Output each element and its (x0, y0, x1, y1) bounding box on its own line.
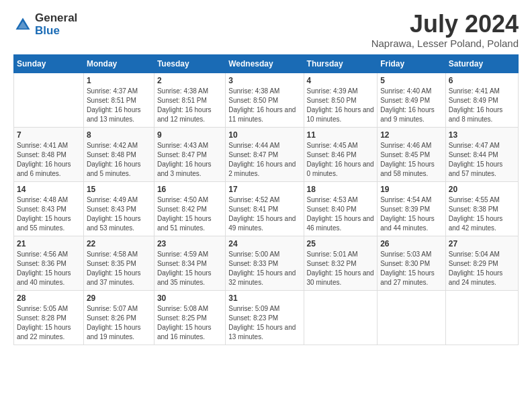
col-saturday: Saturday (445, 55, 518, 73)
table-cell: 27 Sunrise: 5:04 AMSunset: 8:29 PMDaylig… (445, 236, 518, 291)
day-info: Sunrise: 4:49 AMSunset: 8:43 PMDaylight:… (87, 195, 151, 233)
day-number: 11 (307, 130, 375, 140)
table-cell: 23 Sunrise: 4:59 AMSunset: 8:34 PMDaylig… (154, 236, 225, 291)
table-cell: 10 Sunrise: 4:44 AMSunset: 8:47 PMDaylig… (226, 128, 304, 182)
table-cell: 17 Sunrise: 4:52 AMSunset: 8:41 PMDaylig… (226, 182, 304, 236)
table-cell: 6 Sunrise: 4:41 AMSunset: 8:49 PMDayligh… (445, 73, 518, 128)
day-info: Sunrise: 4:44 AMSunset: 8:47 PMDaylight:… (228, 141, 300, 179)
table-cell: 31 Sunrise: 5:09 AMSunset: 8:23 PMDaylig… (226, 291, 304, 345)
table-cell: 30 Sunrise: 5:08 AMSunset: 8:25 PMDaylig… (154, 291, 225, 345)
col-wednesday: Wednesday (226, 55, 304, 73)
day-number: 5 (380, 76, 443, 85)
day-info: Sunrise: 4:47 AMSunset: 8:44 PMDaylight:… (449, 141, 515, 179)
col-monday: Monday (83, 55, 154, 73)
table-cell (445, 291, 518, 345)
day-info: Sunrise: 5:05 AMSunset: 8:28 PMDaylight:… (17, 304, 81, 342)
day-info: Sunrise: 4:37 AMSunset: 8:51 PMDaylight:… (87, 87, 151, 124)
table-cell: 28 Sunrise: 5:05 AMSunset: 8:28 PMDaylig… (14, 291, 84, 345)
calendar-table: Sunday Monday Tuesday Wednesday Thursday… (13, 54, 519, 345)
table-cell: 12 Sunrise: 4:46 AMSunset: 8:45 PMDaylig… (378, 128, 446, 182)
day-number: 10 (228, 130, 300, 140)
table-cell: 15 Sunrise: 4:49 AMSunset: 8:43 PMDaylig… (83, 182, 154, 236)
calendar-row: 7 Sunrise: 4:41 AMSunset: 8:48 PMDayligh… (14, 128, 519, 182)
day-number: 14 (17, 185, 81, 194)
day-info: Sunrise: 5:01 AMSunset: 8:32 PMDaylight:… (307, 250, 375, 287)
table-cell: 9 Sunrise: 4:43 AMSunset: 8:47 PMDayligh… (154, 128, 225, 182)
day-number: 4 (307, 76, 375, 85)
title-section: July 2024 Naprawa, Lesser Poland, Poland (371, 12, 519, 49)
day-info: Sunrise: 5:00 AMSunset: 8:33 PMDaylight:… (228, 250, 300, 287)
day-number: 29 (87, 293, 151, 303)
day-info: Sunrise: 4:55 AMSunset: 8:38 PMDaylight:… (449, 195, 515, 233)
day-info: Sunrise: 5:08 AMSunset: 8:25 PMDaylight:… (157, 304, 222, 342)
table-cell: 14 Sunrise: 4:48 AMSunset: 8:43 PMDaylig… (14, 182, 84, 236)
calendar-row: 28 Sunrise: 5:05 AMSunset: 8:28 PMDaylig… (14, 291, 519, 345)
table-cell: 29 Sunrise: 5:07 AMSunset: 8:26 PMDaylig… (83, 291, 154, 345)
day-number: 21 (17, 239, 81, 248)
logo: General Blue (13, 12, 77, 37)
day-info: Sunrise: 4:38 AMSunset: 8:50 PMDaylight:… (228, 87, 300, 124)
table-cell: 13 Sunrise: 4:47 AMSunset: 8:44 PMDaylig… (445, 128, 518, 182)
subtitle: Naprawa, Lesser Poland, Poland (371, 38, 519, 49)
table-cell: 1 Sunrise: 4:37 AMSunset: 8:51 PMDayligh… (83, 73, 154, 128)
page: General Blue July 2024 Naprawa, Lesser P… (0, 0, 532, 352)
table-cell: 18 Sunrise: 4:53 AMSunset: 8:40 PMDaylig… (304, 182, 378, 236)
table-cell: 26 Sunrise: 5:03 AMSunset: 8:30 PMDaylig… (378, 236, 446, 291)
table-cell: 20 Sunrise: 4:55 AMSunset: 8:38 PMDaylig… (445, 182, 518, 236)
logo-blue: Blue (35, 24, 60, 37)
table-cell (304, 291, 378, 345)
col-tuesday: Tuesday (154, 55, 225, 73)
day-info: Sunrise: 4:45 AMSunset: 8:46 PMDaylight:… (307, 141, 375, 179)
day-number: 26 (380, 239, 443, 248)
day-number: 12 (380, 130, 443, 140)
day-info: Sunrise: 5:04 AMSunset: 8:29 PMDaylight:… (449, 250, 515, 287)
day-number: 16 (157, 185, 222, 194)
day-number: 22 (87, 239, 151, 248)
day-info: Sunrise: 4:42 AMSunset: 8:48 PMDaylight:… (87, 141, 151, 179)
day-number: 8 (87, 130, 151, 140)
day-number: 17 (228, 185, 300, 194)
table-cell: 7 Sunrise: 4:41 AMSunset: 8:48 PMDayligh… (14, 128, 84, 182)
day-number: 9 (157, 130, 222, 140)
table-cell: 3 Sunrise: 4:38 AMSunset: 8:50 PMDayligh… (226, 73, 304, 128)
day-number: 25 (307, 239, 375, 248)
day-number: 6 (449, 76, 515, 85)
day-info: Sunrise: 4:38 AMSunset: 8:51 PMDaylight:… (157, 87, 222, 124)
table-cell: 8 Sunrise: 4:42 AMSunset: 8:48 PMDayligh… (83, 128, 154, 182)
day-info: Sunrise: 4:46 AMSunset: 8:45 PMDaylight:… (380, 141, 443, 179)
calendar-row: 1 Sunrise: 4:37 AMSunset: 8:51 PMDayligh… (14, 73, 519, 128)
day-number: 2 (157, 76, 222, 85)
day-info: Sunrise: 4:41 AMSunset: 8:49 PMDaylight:… (449, 87, 515, 124)
day-info: Sunrise: 4:50 AMSunset: 8:42 PMDaylight:… (157, 195, 222, 233)
day-info: Sunrise: 4:48 AMSunset: 8:43 PMDaylight:… (17, 195, 81, 233)
day-number: 30 (157, 293, 222, 303)
day-number: 18 (307, 185, 375, 194)
day-number: 15 (87, 185, 151, 194)
day-info: Sunrise: 5:03 AMSunset: 8:30 PMDaylight:… (380, 250, 443, 287)
table-cell: 24 Sunrise: 5:00 AMSunset: 8:33 PMDaylig… (226, 236, 304, 291)
table-cell: 11 Sunrise: 4:45 AMSunset: 8:46 PMDaylig… (304, 128, 378, 182)
day-number: 31 (228, 293, 300, 303)
day-number: 28 (17, 293, 81, 303)
day-number: 3 (228, 76, 300, 85)
day-number: 24 (228, 239, 300, 248)
day-info: Sunrise: 4:58 AMSunset: 8:35 PMDaylight:… (87, 250, 151, 287)
day-number: 27 (449, 239, 515, 248)
day-number: 19 (380, 185, 443, 194)
table-cell: 22 Sunrise: 4:58 AMSunset: 8:35 PMDaylig… (83, 236, 154, 291)
table-cell: 2 Sunrise: 4:38 AMSunset: 8:51 PMDayligh… (154, 73, 225, 128)
table-cell: 25 Sunrise: 5:01 AMSunset: 8:32 PMDaylig… (304, 236, 378, 291)
header: General Blue July 2024 Naprawa, Lesser P… (13, 12, 519, 49)
day-info: Sunrise: 4:59 AMSunset: 8:34 PMDaylight:… (157, 250, 222, 287)
calendar-row: 14 Sunrise: 4:48 AMSunset: 8:43 PMDaylig… (14, 182, 519, 236)
table-cell: 5 Sunrise: 4:40 AMSunset: 8:49 PMDayligh… (378, 73, 446, 128)
day-info: Sunrise: 4:43 AMSunset: 8:47 PMDaylight:… (157, 141, 222, 179)
table-cell: 16 Sunrise: 4:50 AMSunset: 8:42 PMDaylig… (154, 182, 225, 236)
logo-text: General Blue (35, 12, 77, 37)
calendar-row: 21 Sunrise: 4:56 AMSunset: 8:36 PMDaylig… (14, 236, 519, 291)
col-sunday: Sunday (14, 55, 84, 73)
col-thursday: Thursday (304, 55, 378, 73)
day-info: Sunrise: 4:41 AMSunset: 8:48 PMDaylight:… (17, 141, 81, 179)
day-number: 20 (449, 185, 515, 194)
day-info: Sunrise: 4:53 AMSunset: 8:40 PMDaylight:… (307, 195, 375, 233)
